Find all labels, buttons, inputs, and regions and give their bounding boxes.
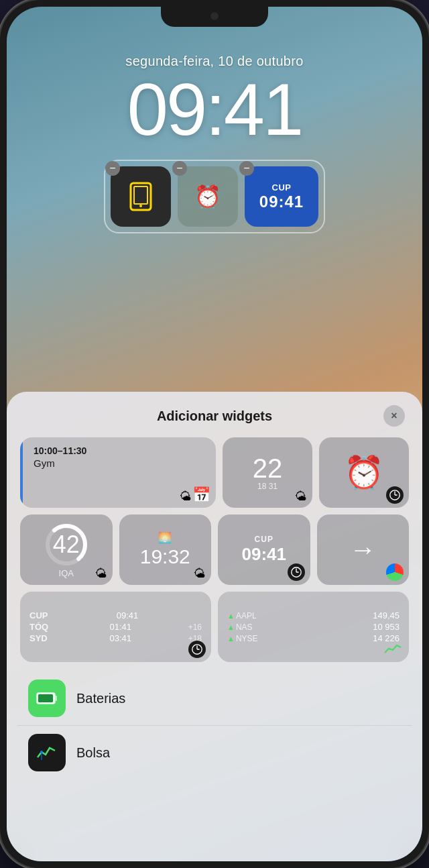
stocks-app-name: Bolsa	[76, 745, 110, 761]
grid-row-1: 10:00–11:30 Gym 📅 🌤 22 18 31 🌤	[20, 437, 409, 508]
stocks-app-item[interactable]: Bolsa	[17, 726, 412, 779]
time-display: 09:41	[7, 72, 422, 146]
phone-widget-icon	[111, 166, 171, 227]
widgets-grid: 10:00–11:30 Gym 📅 🌤 22 18 31 🌤	[17, 437, 412, 662]
cup-widget-body: CUP 09:41	[245, 166, 318, 227]
stocks-app-icon	[28, 734, 66, 771]
cup-widget[interactable]: − CUP 09:41	[245, 166, 318, 227]
add-widgets-panel: Adicionar widgets × 10:00–11:30 Gym	[7, 392, 422, 861]
cup-sm-time: 09:41	[242, 544, 287, 565]
phone-screen: segunda-feira, 10 de outubro 09:41 −	[7, 7, 422, 861]
cup-widget-time: 09:41	[259, 193, 304, 211]
clock-row-syd: SYD 03:41 +18	[29, 633, 202, 643]
weather-badge-3: 🌤	[95, 567, 107, 581]
notch	[161, 7, 268, 27]
cup-widget-label: CUP	[272, 182, 292, 193]
date-label: segunda-feira, 10 de outubro	[7, 54, 422, 69]
market-row-aapl: ▲AAPL 149,45	[227, 610, 400, 620]
clock-badge-2	[288, 563, 305, 581]
markets-widget[interactable]: ▲AAPL 149,45 ▲NAS 10 953 ▲NYSE 14 226	[218, 592, 409, 662]
arrow-icon: →	[349, 535, 376, 565]
widget-border: − −	[104, 160, 325, 233]
world-clocks-widget[interactable]: CUP 09:41 TÓQ 01:41 +16 SYD	[20, 592, 211, 662]
clock-row-cup: CUP 09:41	[29, 610, 202, 620]
svg-point-2	[139, 205, 142, 207]
panel-header: Adicionar widgets ×	[17, 405, 412, 427]
iqa-label: IQA	[59, 568, 74, 578]
chart-badge	[383, 642, 404, 658]
svg-rect-15	[56, 696, 57, 701]
weather-badge-2: 🌤	[295, 490, 307, 504]
camera-dot	[210, 12, 219, 20]
close-panel-button[interactable]: ×	[383, 405, 405, 427]
battery-app-name: Baterias	[76, 691, 125, 706]
cal-border	[20, 437, 23, 508]
svg-rect-16	[38, 694, 53, 702]
alarm-face-widget[interactable]: ⏰	[319, 437, 409, 508]
panel-title: Adicionar widgets	[46, 409, 383, 424]
clock-row-toq: TÓQ 01:41 +16	[29, 622, 202, 632]
calendar-widget[interactable]: 10:00–11:30 Gym 📅 🌤	[20, 437, 216, 508]
market-row-nyse: ▲NYSE 14 226	[227, 633, 400, 643]
clock-badge-3	[188, 641, 206, 658]
weather-badge-1: 🌤	[180, 490, 192, 504]
calendar-badge: 📅	[192, 486, 210, 504]
cal-time-range: 10:00–11:30	[34, 445, 86, 456]
alarm-widget[interactable]: − ⏰	[178, 166, 238, 227]
iqa-widget[interactable]: 42 IQA 🌤	[20, 514, 113, 585]
weather-badge-4: 🌤	[194, 567, 206, 581]
arrow-widget[interactable]: →	[317, 514, 410, 585]
lock-widget-row: − −	[7, 160, 422, 233]
time-widget[interactable]: 🌅 19:32 🌤	[119, 514, 212, 585]
phone-widget[interactable]: −	[111, 166, 171, 227]
sunrise-icon: 🌅	[158, 531, 172, 544]
cup-sm-label: CUP	[255, 535, 273, 544]
grid-row-2: 42 IQA 🌤 🌅 19:32 🌤	[20, 514, 409, 585]
cal-event: Gym	[34, 457, 86, 469]
widget-big-num: 22	[253, 455, 283, 482]
alarm-face-icon: ⏰	[344, 454, 384, 492]
svg-rect-1	[134, 186, 147, 204]
number-widget[interactable]: 22 18 31 🌤	[223, 437, 312, 508]
battery-app-icon	[28, 680, 66, 717]
clock-badge-1	[386, 486, 404, 504]
alarm-widget-face: ⏰	[178, 166, 238, 227]
remove-cup-btn[interactable]: −	[239, 161, 254, 176]
remove-alarm-btn[interactable]: −	[172, 161, 187, 176]
cup-small-widget[interactable]: CUP 09:41	[218, 514, 310, 585]
widget-sub-nums: 18 31	[257, 482, 278, 491]
iqa-num: 42	[53, 531, 80, 559]
activity-badge	[386, 563, 404, 581]
phone-frame: segunda-feira, 10 de outubro 09:41 −	[0, 0, 429, 868]
app-list: Baterias Bolsa	[17, 671, 412, 779]
remove-phone-btn[interactable]: −	[105, 161, 120, 176]
grid-row-3: CUP 09:41 TÓQ 01:41 +16 SYD	[20, 592, 409, 662]
lock-screen: segunda-feira, 10 de outubro 09:41 −	[7, 7, 422, 861]
time-big: 19:32	[140, 545, 190, 568]
battery-app-item[interactable]: Baterias	[17, 671, 412, 726]
market-row-nas: ▲NAS 10 953	[227, 622, 400, 632]
